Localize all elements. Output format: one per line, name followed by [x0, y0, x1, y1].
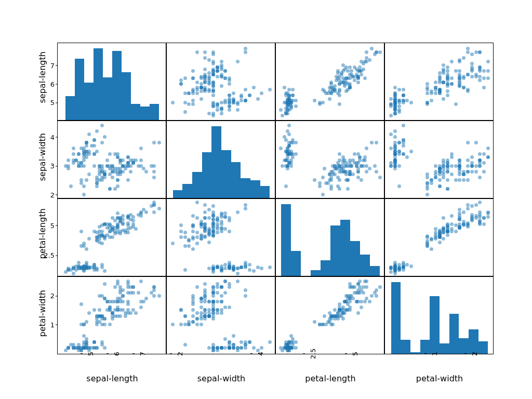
hist-bar [94, 48, 103, 120]
scatter-point [157, 207, 161, 210]
scatter-point [256, 97, 260, 101]
scatter-point [171, 101, 175, 104]
scatter-point [100, 178, 104, 182]
cell-sepal-width-vs-sepal-length: 234sepal-width [57, 121, 166, 198]
scatter-point [425, 82, 429, 86]
scatter-point [430, 99, 433, 102]
scatter-point [95, 346, 99, 350]
scatter-point [236, 108, 240, 112]
scatter-point [216, 291, 219, 295]
scatter-point [95, 239, 99, 243]
scatter-point [216, 231, 219, 234]
scatter-point [434, 164, 437, 168]
scatter-point [79, 302, 83, 306]
scatter-point [363, 76, 367, 80]
scatter-point [482, 76, 486, 80]
scatter-point [171, 323, 175, 326]
scatter-point [124, 231, 127, 234]
scatter-point [341, 69, 345, 73]
scatter-point [434, 176, 437, 179]
scatter-point [223, 215, 227, 219]
scatter-point [220, 112, 223, 115]
scatter-point [131, 219, 135, 222]
scatter-point [100, 343, 104, 347]
scatter-point [442, 216, 445, 220]
scatter-point [336, 184, 340, 188]
scatter-point [195, 216, 199, 220]
scatter-point [454, 223, 458, 227]
scatter-point [211, 84, 215, 88]
scatter-point [279, 147, 283, 150]
scatter-point [228, 305, 231, 309]
scatter-point [409, 150, 413, 153]
scatter-point [203, 282, 207, 286]
scatter-point [252, 269, 256, 273]
scatter-point [478, 75, 482, 78]
scatter-point [216, 108, 219, 112]
scatter-point [179, 308, 183, 312]
scatter-point [220, 68, 223, 71]
scatter-point [183, 244, 187, 248]
scatter-point [474, 170, 478, 174]
scatter-point [450, 60, 454, 63]
scatter-point [365, 56, 368, 60]
scatter-point [72, 346, 75, 350]
scatter-point [111, 176, 114, 179]
scatter-point [397, 150, 401, 153]
scatter-point [291, 88, 295, 91]
x-axis-label: petal-length [276, 374, 385, 383]
scatter-point [375, 50, 378, 54]
scatter-point [203, 216, 207, 220]
scatter-point [373, 164, 377, 168]
scatter-point [470, 155, 474, 159]
scatter-point [486, 155, 490, 159]
scatter-point [207, 112, 211, 115]
scatter-point [87, 311, 91, 315]
scatter-point [232, 91, 235, 95]
scatter-point [462, 172, 466, 176]
scatter-point [179, 235, 183, 239]
scatter-point [356, 161, 360, 165]
scatter-point [220, 220, 223, 223]
scatter-point [203, 89, 207, 93]
scatter-point [200, 97, 203, 101]
scatter-point [144, 170, 148, 174]
scatter-point [458, 164, 461, 168]
scatter-point [289, 334, 293, 338]
scatter-point [66, 268, 70, 272]
scatter-point [126, 215, 130, 219]
scatter-point [458, 69, 461, 73]
scatter-point [103, 172, 107, 176]
scatter-point [402, 152, 405, 156]
scatter-point [211, 101, 215, 104]
scatter-point [458, 60, 461, 63]
scatter-point [200, 222, 203, 226]
scatter-point [450, 222, 454, 226]
scatter-point [211, 285, 215, 289]
scatter-point [220, 308, 223, 312]
cell-petal-width-vs-sepal-width: 24sepal-width [166, 276, 275, 354]
scatter-point [124, 311, 127, 315]
scatter-point [207, 346, 211, 350]
scatter-point [252, 346, 256, 350]
y-axis-label: petal-length [37, 218, 47, 259]
scatter-point [318, 184, 322, 188]
scatter-point [450, 172, 454, 176]
scatter-point [482, 86, 486, 89]
scatter-point [393, 129, 397, 133]
scatter-point [462, 56, 466, 60]
scatter-point [187, 91, 191, 95]
scatter-point [393, 101, 397, 104]
scatter-point [228, 285, 231, 289]
scatter-point [207, 241, 211, 244]
scatter-point [329, 91, 333, 95]
scatter-point [195, 235, 199, 239]
scatter-point [474, 216, 478, 220]
scatter-point [446, 89, 449, 93]
y-axis-label: petal-width [37, 296, 47, 337]
scatter-point [348, 172, 352, 176]
scatter-point [397, 101, 401, 104]
scatter-point [92, 138, 96, 142]
scatter-point [98, 225, 101, 229]
scatter-point [466, 225, 470, 229]
